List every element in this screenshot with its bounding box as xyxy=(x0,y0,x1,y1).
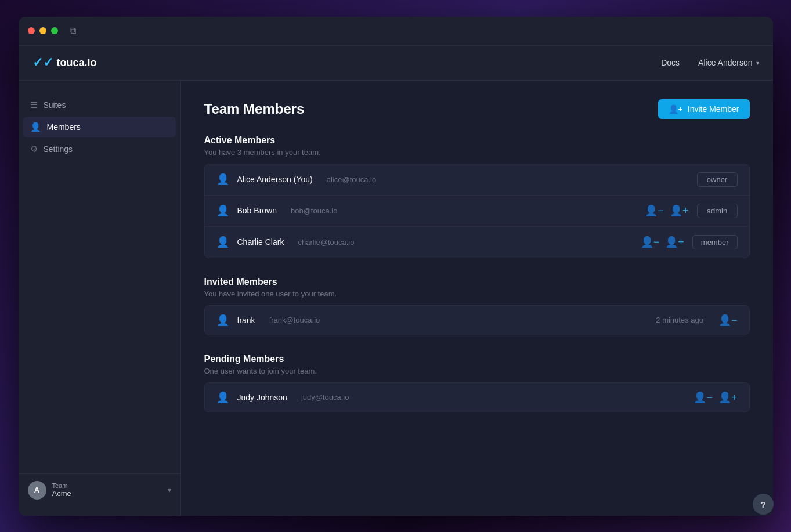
member-name: Bob Brown xyxy=(237,206,277,215)
invited-members-section: Invited Members You have invited one use… xyxy=(204,277,750,335)
minimize-button[interactable] xyxy=(39,27,46,34)
sidebar-label-members: Members xyxy=(47,122,81,132)
list-icon: ☰ xyxy=(30,100,38,110)
team-chevron-icon: ▾ xyxy=(168,486,171,494)
content-header: Team Members 👤+ Invite Member xyxy=(204,99,750,119)
member-icon: 👤 xyxy=(216,314,229,327)
gear-icon: ⚙ xyxy=(30,144,38,154)
help-label: ? xyxy=(760,500,765,509)
pending-members-list: 👤 Judy Johnson judy@touca.io 👤− 👤+ xyxy=(204,382,750,412)
member-actions: 👤− 👤+ xyxy=(645,204,688,217)
table-row: 👤 Bob Brown bob@touca.io 👤− 👤+ admin xyxy=(205,196,749,227)
sidebar-nav: ☰ Suites 👤 Members ⚙ Settings xyxy=(19,90,180,473)
table-row: 👤 Judy Johnson judy@touca.io 👤− 👤+ xyxy=(205,383,749,412)
invite-member-label: Invite Member xyxy=(688,104,739,114)
pending-members-title: Pending Members xyxy=(204,354,750,364)
member-icon: 👤 xyxy=(216,236,229,248)
sidebar-item-members[interactable]: 👤 Members xyxy=(23,117,176,137)
invite-timestamp: 2 minutes ago xyxy=(656,316,703,324)
member-name: Alice Anderson (You) xyxy=(237,175,313,184)
team-info: Team Acme xyxy=(52,482,162,498)
sidebar-label-settings: Settings xyxy=(44,144,73,154)
sidebar-item-settings[interactable]: ⚙ Settings xyxy=(23,139,176,160)
sidebar: ☰ Suites 👤 Members ⚙ Settings A xyxy=(19,81,181,516)
user-name: Alice Anderson xyxy=(698,58,752,67)
sidebar-item-suites[interactable]: ☰ Suites xyxy=(23,95,176,115)
close-button[interactable] xyxy=(28,27,35,34)
logo-text: touca.io xyxy=(57,57,97,69)
help-button[interactable]: ? xyxy=(753,494,774,515)
member-name: frank xyxy=(237,316,255,325)
invite-member-icon: 👤+ xyxy=(669,104,683,114)
table-row: 👤 Charlie Clark charlie@touca.io 👤− 👤+ m… xyxy=(205,227,749,258)
user-menu[interactable]: Alice Anderson ▾ xyxy=(698,58,759,67)
team-name: Acme xyxy=(52,489,162,498)
member-email: charlie@touca.io xyxy=(298,238,354,247)
invited-members-subtitle: You have invited one user to your team. xyxy=(204,289,750,298)
active-members-subtitle: You have 3 members in your team. xyxy=(204,148,750,157)
decline-member-icon[interactable]: 👤− xyxy=(694,391,713,404)
accept-member-icon[interactable]: 👤+ xyxy=(718,391,738,404)
remove-member-icon[interactable]: 👤− xyxy=(645,204,664,217)
remove-member-icon[interactable]: 👤− xyxy=(641,236,660,248)
logo: ✓✓ touca.io xyxy=(32,55,662,70)
member-icon: 👤 xyxy=(216,204,229,217)
change-role-icon[interactable]: 👤+ xyxy=(665,236,684,248)
sidebar-label-suites: Suites xyxy=(44,100,66,110)
member-name: Charlie Clark xyxy=(237,237,284,247)
active-members-list: 👤 Alice Anderson (You) alice@touca.io ow… xyxy=(204,164,750,258)
change-role-icon[interactable]: 👤+ xyxy=(670,204,689,217)
invited-members-list: 👤 frank frank@touca.io 2 minutes ago 👤− xyxy=(204,305,750,335)
table-row: 👤 Alice Anderson (You) alice@touca.io ow… xyxy=(205,164,749,196)
maximize-button[interactable] xyxy=(51,27,58,34)
revoke-invite-icon[interactable]: 👤− xyxy=(718,314,738,327)
invite-member-button[interactable]: 👤+ Invite Member xyxy=(658,99,750,119)
titlebar: ⧉ xyxy=(19,17,773,46)
member-email: frank@touca.io xyxy=(269,316,320,324)
team-avatar: A xyxy=(28,481,46,500)
user-menu-chevron: ▾ xyxy=(756,60,759,66)
table-row: 👤 frank frank@touca.io 2 minutes ago 👤− xyxy=(205,306,749,335)
team-avatar-letter: A xyxy=(34,486,39,494)
active-members-title: Active Members xyxy=(204,135,750,146)
role-badge: admin xyxy=(697,204,738,218)
member-email: alice@touca.io xyxy=(327,175,376,184)
member-email: judy@touca.io xyxy=(301,393,349,401)
pending-members-subtitle: One user wants to join your team. xyxy=(204,367,750,375)
role-badge: owner xyxy=(697,172,738,187)
members-icon: 👤 xyxy=(30,122,41,132)
logo-icon: ✓✓ xyxy=(32,55,53,70)
page-title: Team Members xyxy=(204,101,305,117)
role-badge: member xyxy=(692,235,738,249)
topnav: ✓✓ touca.io Docs Alice Anderson ▾ xyxy=(19,46,773,81)
traffic-lights xyxy=(28,27,58,34)
member-icon: 👤 xyxy=(216,391,229,404)
member-icon: 👤 xyxy=(216,173,229,186)
team-selector[interactable]: A Team Acme ▾ xyxy=(19,473,180,506)
pending-members-section: Pending Members One user wants to join y… xyxy=(204,354,750,412)
team-label: Team xyxy=(52,482,162,489)
docs-link[interactable]: Docs xyxy=(661,58,680,67)
active-members-section: Active Members You have 3 members in you… xyxy=(204,135,750,258)
member-actions: 👤− 👤+ xyxy=(694,391,737,404)
invited-members-title: Invited Members xyxy=(204,277,750,287)
main-content: Team Members 👤+ Invite Member Active Mem… xyxy=(181,81,773,516)
member-actions: 👤− 👤+ xyxy=(641,236,684,248)
member-name: Judy Johnson xyxy=(237,393,287,402)
copy-icon: ⧉ xyxy=(70,26,76,36)
member-email: bob@touca.io xyxy=(291,207,337,215)
